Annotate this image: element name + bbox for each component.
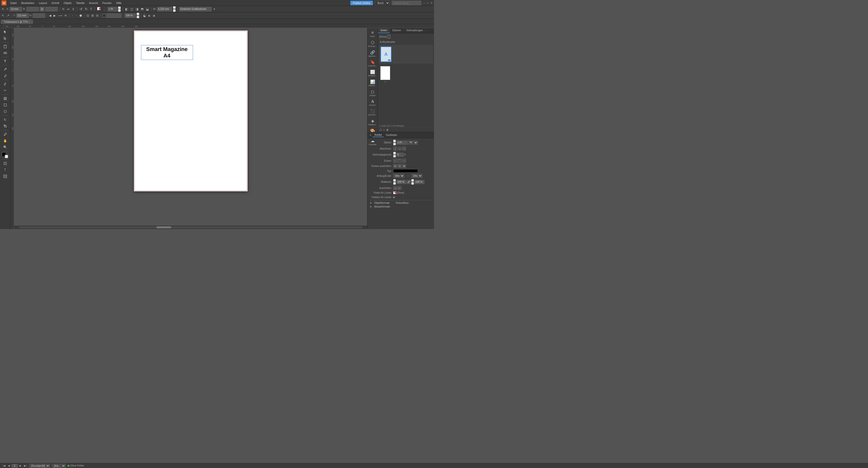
transform-tool-icon[interactable]: ↖ xyxy=(1,7,5,12)
normal-view-button[interactable] xyxy=(2,160,9,167)
arrange-icon2[interactable]: ⬖ xyxy=(148,13,151,18)
align-middle-icon[interactable]: ⬓ xyxy=(145,7,150,11)
eraser-tool-button[interactable] xyxy=(2,81,9,87)
opacity-up[interactable]: ▲ xyxy=(136,12,139,16)
stroke-down-arrow[interactable]: ▼ xyxy=(118,9,121,12)
skal2-down-arrow[interactable]: ▼ xyxy=(411,182,414,185)
skripteti-panel-button[interactable]: ⬜ Skripteti... xyxy=(368,68,377,78)
color-swatch-dark[interactable] xyxy=(102,14,106,17)
gerungs-up-arrow[interactable]: ▲ xyxy=(393,152,396,154)
direct-select-icon[interactable]: ↗ xyxy=(6,13,10,18)
new-page-button[interactable]: + xyxy=(383,128,385,131)
publish-online-button[interactable]: Publish Online xyxy=(350,1,373,5)
delete-page-button[interactable]: 🗑 xyxy=(386,128,389,131)
frame-type-input[interactable] xyxy=(179,7,212,11)
width-down-arrow[interactable]: ▼ xyxy=(173,9,176,12)
type-tool-button[interactable]: T xyxy=(2,58,9,64)
flip-v-icon[interactable]: ⇕ xyxy=(71,7,75,11)
tab-seiten[interactable]: Seiten xyxy=(378,28,390,33)
datenz-panel-button[interactable]: 📊 Datenz... xyxy=(368,79,377,88)
text-frame[interactable]: Smart Magazine A4 xyxy=(141,45,193,60)
grid-view-button[interactable] xyxy=(2,173,9,179)
document-tab[interactable]: *Unbenannt-1 @ 77% × xyxy=(1,20,33,24)
selection-tool-button[interactable] xyxy=(2,29,9,35)
anfang-select[interactable]: Ohne xyxy=(393,174,404,178)
skal1-up-arrow[interactable]: ▲ xyxy=(393,179,396,182)
document-page[interactable]: Smart Magazine A4 xyxy=(134,30,248,192)
kontur-center-icon[interactable]: ⊟ xyxy=(393,164,397,168)
align-right-icon[interactable]: ◨ xyxy=(135,7,139,11)
menu-bearbeiten[interactable]: Bearbeiten xyxy=(19,1,36,5)
width-up-arrow[interactable]: ▲ xyxy=(173,6,176,9)
bedingt-panel-button[interactable]: ⬡ Bedingt... xyxy=(368,39,377,49)
crosshair-icon[interactable]: ✛ xyxy=(64,13,67,18)
starke-unit-select[interactable]: Pt xyxy=(408,141,418,145)
text-flow-icon[interactable]: ⟶ xyxy=(57,13,63,18)
ausrichten-panel-button[interactable]: ⬛ Ausricht... xyxy=(368,108,377,117)
canvas-scroll[interactable]: Smart Magazine A4 xyxy=(14,28,367,224)
kontur-outside-icon[interactable]: ⊞ xyxy=(402,164,406,168)
redo-icon[interactable]: ↻ xyxy=(84,7,88,11)
scale-tool-button[interactable] xyxy=(2,123,9,129)
textumfluss-label[interactable]: Textumfluss xyxy=(396,202,409,204)
abschluss-butt-icon[interactable]: | xyxy=(393,147,397,151)
thread-icon2[interactable]: ⬞ xyxy=(75,13,78,18)
thread-icon1[interactable]: ⬝ xyxy=(71,13,74,18)
rectangle-frame-button[interactable] xyxy=(2,95,9,101)
center-content-icon[interactable]: ⊟ xyxy=(95,13,99,18)
page-tool-button[interactable] xyxy=(2,43,9,50)
menu-fenster[interactable]: Fenster xyxy=(100,1,114,5)
absatzformate-collapse[interactable]: ▶ xyxy=(369,205,372,208)
page-row[interactable]: 1 xyxy=(379,65,433,84)
ausrichten-icon1[interactable]: ◁ xyxy=(393,186,397,190)
opacity-down[interactable]: ▼ xyxy=(136,16,139,18)
window-minimize-button[interactable]: ─ xyxy=(423,1,425,4)
next-frame-icon[interactable]: ▶ xyxy=(53,13,56,18)
window-maximize-button[interactable]: □ xyxy=(427,1,429,4)
kontur-collapse-button[interactable]: ▼ xyxy=(369,134,372,137)
tab-verknuepfungen[interactable]: Verknüpfungen xyxy=(404,28,426,33)
abschluss-round-icon[interactable]: ○ xyxy=(398,147,402,151)
b-input[interactable] xyxy=(27,7,39,11)
objektformate-collapse[interactable]: ▶ xyxy=(369,201,372,204)
gerungs-input[interactable] xyxy=(396,153,404,157)
undo-icon[interactable]: ↺ xyxy=(79,7,83,11)
ecken-miter-icon[interactable]: ⌐ xyxy=(393,159,397,163)
ende-select[interactable]: Ohne xyxy=(411,174,422,178)
menu-schrift[interactable]: Schrift xyxy=(50,1,61,5)
menu-hilfe[interactable]: Hilfe xyxy=(114,1,123,5)
scroll-track-h[interactable] xyxy=(19,226,362,228)
skalieren-input1[interactable] xyxy=(396,180,406,184)
gap-tool-button[interactable] xyxy=(2,50,9,56)
gerungs-down-arrow[interactable]: ▼ xyxy=(393,155,396,157)
kontur-inside-icon[interactable]: ⊡ xyxy=(398,164,402,168)
fill-frame-icon[interactable]: ⊡ xyxy=(86,13,90,18)
align-top-icon[interactable]: ⬒ xyxy=(140,7,144,11)
master-page-row[interactable]: A xyxy=(379,45,433,63)
tab-kontur[interactable]: Kontur xyxy=(373,133,384,137)
new-master-button[interactable]: ⬡ xyxy=(379,128,382,131)
ausrichten-icon2[interactable]: ▷ xyxy=(398,186,402,190)
width-value-input[interactable] xyxy=(45,7,58,11)
farbe-luecke-swatch[interactable] xyxy=(393,191,396,194)
tab-close-icon[interactable]: × xyxy=(29,21,30,23)
absatzformate-label[interactable]: Absatzformate xyxy=(374,205,390,208)
skalieren-link-icon[interactable]: 🔗 xyxy=(407,180,411,184)
pathfinder-panel-button[interactable]: ◈ Pathfind... xyxy=(368,118,377,127)
stroke-up-arrow[interactable]: ▲ xyxy=(118,6,121,9)
ecken-round-icon[interactable]: ⌒ xyxy=(398,159,402,163)
preview-button[interactable]: T xyxy=(2,167,9,173)
direct-selection-button[interactable] xyxy=(2,35,9,41)
abschluss-square-icon[interactable]: □ xyxy=(402,147,406,151)
select-tool-icon[interactable]: ↖ xyxy=(1,13,5,18)
hyperlink-panel-button[interactable]: 🔗 Hyperlin... xyxy=(368,49,377,58)
align-center-icon[interactable]: ◫ xyxy=(130,7,134,11)
scroll-thumb-h[interactable] xyxy=(156,226,171,228)
thread-icon3[interactable]: ⬟ xyxy=(79,13,83,18)
eyedropper-button[interactable] xyxy=(2,131,9,137)
skal2-up-arrow[interactable]: ▲ xyxy=(411,179,414,182)
rotate-tool-button[interactable]: ↻ xyxy=(2,117,9,123)
x-input[interactable] xyxy=(10,7,22,11)
fit-content-icon[interactable]: ⊞ xyxy=(91,13,95,18)
type-icon[interactable]: T xyxy=(89,7,93,11)
